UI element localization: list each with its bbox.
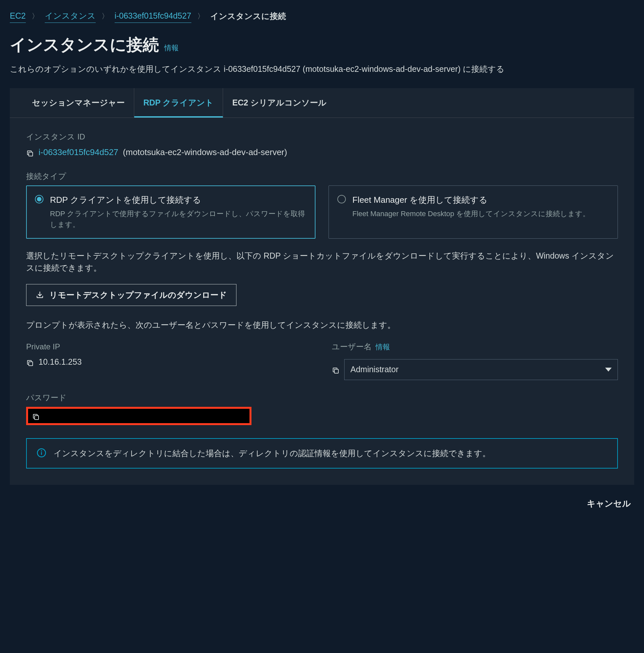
- directory-info-text: インスタンスをディレクトリに結合した場合は、ディレクトリの認証情報を使用してイン…: [53, 447, 491, 460]
- directory-info-alert: インスタンスをディレクトリに結合した場合は、ディレクトリの認証情報を使用してイン…: [26, 438, 618, 469]
- private-ip-value: 10.16.1.253: [39, 356, 82, 368]
- chevron-right-icon: 〉: [101, 11, 109, 22]
- chevron-right-icon: 〉: [197, 11, 205, 22]
- instance-id-label: インスタンス ID: [26, 131, 618, 143]
- copy-icon[interactable]: [26, 358, 34, 366]
- username-label: ユーザー名: [332, 341, 372, 353]
- radio-icon: [337, 195, 346, 203]
- username-info-link[interactable]: 情報: [376, 341, 390, 352]
- breadcrumb-link-ec2[interactable]: EC2: [10, 10, 26, 23]
- instance-id-link[interactable]: i-0633ef015fc94d527: [39, 146, 118, 159]
- tab-session-manager[interactable]: セッションマネージャー: [23, 88, 134, 118]
- tab-rdp-client[interactable]: RDP クライアント: [134, 88, 223, 118]
- svg-rect-0: [29, 152, 33, 156]
- svg-rect-1: [29, 362, 33, 366]
- download-icon: [35, 291, 44, 299]
- footer-row: キャンセル: [10, 485, 634, 516]
- radio-title: RDP クライアントを使用して接続する: [50, 194, 307, 207]
- page-description: これらのオプションのいずれかを使用してインスタンス i-0633ef015fc9…: [10, 63, 634, 75]
- radio-desc: RDP クライアントで使用するファイルをダウンロードし、パスワードを取得します。: [50, 208, 307, 230]
- info-link[interactable]: 情報: [164, 43, 178, 53]
- radio-rdp-client[interactable]: RDP クライアントを使用して接続する RDP クライアントで使用するファイルを…: [26, 186, 315, 239]
- radio-title: Fleet Manager を使用して接続する: [352, 194, 590, 207]
- tab-bar: セッションマネージャー RDP クライアント EC2 シリアルコンソール: [10, 88, 634, 118]
- chevron-down-icon: [605, 368, 612, 371]
- svg-rect-2: [334, 369, 338, 373]
- username-value: Administrator: [351, 363, 399, 376]
- credentials-row: Private IP 10.16.1.253 ユーザー名 情報: [26, 341, 618, 380]
- breadcrumb-current: インスタンスに接続: [210, 10, 286, 23]
- connect-panel: セッションマネージャー RDP クライアント EC2 シリアルコンソール インス…: [10, 88, 634, 485]
- tab-serial-console[interactable]: EC2 シリアルコンソール: [223, 88, 336, 118]
- cancel-button[interactable]: キャンセル: [587, 498, 631, 509]
- radio-desc: Fleet Manager Remote Desktop を使用してインスタンス…: [352, 208, 590, 219]
- page-title-row: インスタンスに接続 情報: [10, 33, 634, 57]
- connection-type-radios: RDP クライアントを使用して接続する RDP クライアントで使用するファイルを…: [26, 186, 618, 239]
- radio-fleet-manager[interactable]: Fleet Manager を使用して接続する Fleet Manager Re…: [329, 186, 618, 239]
- svg-rect-3: [34, 416, 39, 419]
- password-label: パスワード: [26, 392, 618, 404]
- private-ip-label: Private IP: [26, 341, 312, 353]
- username-select[interactable]: Administrator: [344, 359, 618, 380]
- copy-icon[interactable]: [32, 412, 40, 420]
- breadcrumb: EC2 〉 インスタンス 〉 i-0633ef015fc94d527 〉 インス…: [10, 10, 634, 23]
- download-button-label: リモートデスクトップファイルのダウンロード: [49, 290, 227, 300]
- username-value-row: Administrator: [332, 359, 618, 380]
- breadcrumb-link-instances[interactable]: インスタンス: [45, 10, 96, 23]
- username-col: ユーザー名 情報 Administrator: [332, 341, 618, 380]
- page-title: インスタンスに接続: [10, 33, 159, 57]
- connection-type-label: 接続タイプ: [26, 170, 618, 182]
- info-icon: [37, 448, 46, 458]
- svg-point-6: [41, 451, 42, 451]
- download-rdp-button[interactable]: リモートデスクトップファイルのダウンロード: [26, 284, 236, 306]
- rdp-help-text-1: 選択したリモートデスクトップクライアントを使用し、以下の RDP ショートカット…: [26, 250, 618, 274]
- rdp-help-text-2: プロンプトが表示されたら、次のユーザー名とパスワードを使用してインスタンスに接続…: [26, 319, 618, 331]
- panel-body: インスタンス ID i-0633ef015fc94d527 (mototsuka…: [10, 118, 634, 485]
- copy-icon[interactable]: [26, 148, 34, 156]
- instance-id-row: i-0633ef015fc94d527 (mototsuka-ec2-windo…: [26, 146, 618, 159]
- breadcrumb-link-instanceid[interactable]: i-0633ef015fc94d527: [115, 10, 191, 23]
- instance-name: (mototsuka-ec2-windows-ad-dev-ad-server): [123, 146, 287, 159]
- private-ip-value-row: 10.16.1.253: [26, 356, 312, 368]
- password-value-redacted: [26, 407, 252, 425]
- private-ip-col: Private IP 10.16.1.253: [26, 341, 312, 380]
- chevron-right-icon: 〉: [32, 11, 39, 22]
- radio-icon: [35, 195, 43, 203]
- copy-icon[interactable]: [332, 366, 340, 373]
